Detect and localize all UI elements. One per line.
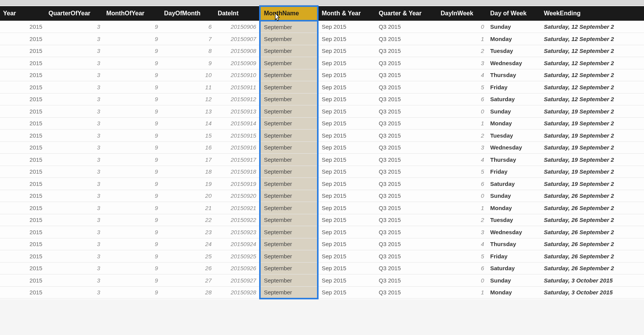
cell-quarteryear[interactable]: Q3 2015 xyxy=(376,57,438,69)
cell-dateint[interactable]: 20150921 xyxy=(215,202,260,214)
cell-dayinweek[interactable]: 0 xyxy=(438,274,487,287)
cell-quarterofyear[interactable]: 3 xyxy=(45,141,103,154)
cell-weekending[interactable]: Saturday, 3 October 2015 xyxy=(541,274,644,287)
cell-weekending[interactable]: Saturday, 12 September 2 xyxy=(541,81,644,94)
cell-monthname[interactable]: September xyxy=(260,286,318,299)
cell-monthofyear[interactable]: 9 xyxy=(103,286,161,299)
table-row[interactable]: 2015392520150925SeptemberSep 2015Q3 2015… xyxy=(0,250,644,263)
cell-year[interactable]: 2015 xyxy=(0,117,45,130)
cell-dayofmonth[interactable]: 24 xyxy=(161,238,215,250)
table-row[interactable]: 2015392320150923SeptemberSep 2015Q3 2015… xyxy=(0,226,644,238)
cell-quarteryear[interactable]: Q3 2015 xyxy=(376,154,438,166)
cell-quarteryear[interactable]: Q3 2015 xyxy=(376,93,438,105)
cell-quarterofyear[interactable]: 3 xyxy=(45,69,103,81)
cell-year[interactable]: 2015 xyxy=(0,238,45,250)
cell-monthname[interactable]: September xyxy=(260,93,318,105)
cell-dayinweek[interactable]: 3 xyxy=(438,226,487,238)
table-row[interactable]: 2015392720150927SeptemberSep 2015Q3 2015… xyxy=(0,274,644,287)
cell-year[interactable]: 2015 xyxy=(0,190,45,202)
cell-dateint[interactable]: 20150916 xyxy=(215,141,260,154)
cell-monthyear[interactable]: Sep 2015 xyxy=(318,81,376,94)
cell-monthyear[interactable]: Sep 2015 xyxy=(318,33,376,45)
cell-monthname[interactable]: September xyxy=(260,21,318,33)
cell-dayinweek[interactable]: 4 xyxy=(438,154,487,166)
cell-quarteryear[interactable]: Q3 2015 xyxy=(376,105,438,118)
cell-monthofyear[interactable]: 9 xyxy=(103,178,161,190)
cell-dayinweek[interactable]: 3 xyxy=(438,141,487,154)
table-row[interactable]: 201539920150909SeptemberSep 2015Q3 20153… xyxy=(0,57,644,69)
cell-monthofyear[interactable]: 9 xyxy=(103,226,161,238)
cell-weekending[interactable]: Saturday, 12 September 2 xyxy=(541,21,644,33)
cell-dayofweek[interactable]: Sunday xyxy=(487,105,541,118)
cell-quarteryear[interactable]: Q3 2015 xyxy=(376,286,438,299)
cell-monthyear[interactable]: Sep 2015 xyxy=(318,238,376,250)
cell-monthname[interactable]: September xyxy=(260,202,318,214)
cell-dayofmonth[interactable]: 13 xyxy=(161,105,215,118)
cell-dayinweek[interactable]: 5 xyxy=(438,250,487,263)
table-row[interactable]: 2015391820150918SeptemberSep 2015Q3 2015… xyxy=(0,166,644,178)
cell-quarterofyear[interactable]: 3 xyxy=(45,45,103,57)
cell-dateint[interactable]: 20150928 xyxy=(215,286,260,299)
cell-dayofweek[interactable]: Wednesday xyxy=(487,57,541,69)
cell-dateint[interactable]: 20150925 xyxy=(215,250,260,263)
cell-dateint[interactable]: 20150913 xyxy=(215,105,260,118)
cell-dayinweek[interactable]: 6 xyxy=(438,178,487,190)
cell-dayofmonth[interactable]: 17 xyxy=(161,154,215,166)
cell-dayofmonth[interactable]: 27 xyxy=(161,274,215,287)
cell-year[interactable]: 2015 xyxy=(0,45,45,57)
cell-weekending[interactable]: Saturday, 12 September 2 xyxy=(541,45,644,57)
cell-weekending[interactable]: Saturday, 19 September 2 xyxy=(541,166,644,178)
cell-quarterofyear[interactable]: 3 xyxy=(45,226,103,238)
cell-weekending[interactable]: Saturday, 12 September 2 xyxy=(541,33,644,45)
cell-year[interactable]: 2015 xyxy=(0,202,45,214)
cell-year[interactable]: 2015 xyxy=(0,81,45,94)
cell-dayinweek[interactable]: 6 xyxy=(438,262,487,274)
cell-dayinweek[interactable]: 0 xyxy=(438,21,487,33)
cell-weekending[interactable]: Saturday, 19 September 2 xyxy=(541,178,644,190)
cell-quarteryear[interactable]: Q3 2015 xyxy=(376,202,438,214)
cell-quarteryear[interactable]: Q3 2015 xyxy=(376,69,438,81)
cell-monthofyear[interactable]: 9 xyxy=(103,274,161,287)
cell-weekending[interactable]: Saturday, 26 September 2 xyxy=(541,202,644,214)
cell-dayofweek[interactable]: Tuesday xyxy=(487,45,541,57)
cell-dayinweek[interactable]: 4 xyxy=(438,69,487,81)
cell-weekending[interactable]: Saturday, 3 October 2015 xyxy=(541,286,644,299)
cell-dateint[interactable]: 20150927 xyxy=(215,274,260,287)
cell-quarteryear[interactable]: Q3 2015 xyxy=(376,33,438,45)
table-row[interactable]: 201539720150907SeptemberSep 2015Q3 20151… xyxy=(0,33,644,45)
table-row[interactable]: 2015392020150920SeptemberSep 2015Q3 2015… xyxy=(0,190,644,202)
cell-quarteryear[interactable]: Q3 2015 xyxy=(376,130,438,142)
table-row[interactable]: 201539620150906SeptemberSep 2015Q3 20150… xyxy=(0,21,644,33)
table-row[interactable]: 2015391120150911SeptemberSep 2015Q3 2015… xyxy=(0,81,644,94)
cell-year[interactable]: 2015 xyxy=(0,250,45,263)
cell-dayofweek[interactable]: Thursday xyxy=(487,154,541,166)
cell-quarterofyear[interactable]: 3 xyxy=(45,81,103,94)
cell-monthyear[interactable]: Sep 2015 xyxy=(318,130,376,142)
cell-dateint[interactable]: 20150926 xyxy=(215,262,260,274)
cell-dayinweek[interactable]: 5 xyxy=(438,81,487,94)
cell-dayofmonth[interactable]: 28 xyxy=(161,286,215,299)
column-header-quarterofyear[interactable]: QuarterOfYear xyxy=(45,6,103,21)
cell-dayofweek[interactable]: Sunday xyxy=(487,21,541,33)
cell-year[interactable]: 2015 xyxy=(0,274,45,287)
table-row[interactable]: 2015391420150914SeptemberSep 2015Q3 2015… xyxy=(0,117,644,130)
cell-dayofweek[interactable]: Saturday xyxy=(487,178,541,190)
cell-year[interactable]: 2015 xyxy=(0,57,45,69)
cell-dayinweek[interactable]: 1 xyxy=(438,286,487,299)
cell-monthname[interactable]: September xyxy=(260,214,318,226)
cell-dayofweek[interactable]: Friday xyxy=(487,250,541,263)
cell-dayofmonth[interactable]: 21 xyxy=(161,202,215,214)
cell-year[interactable]: 2015 xyxy=(0,105,45,118)
cell-monthname[interactable]: September xyxy=(260,105,318,118)
cell-dayofweek[interactable]: Monday xyxy=(487,33,541,45)
cell-quarteryear[interactable]: Q3 2015 xyxy=(376,166,438,178)
cell-quarterofyear[interactable]: 3 xyxy=(45,262,103,274)
cell-monthname[interactable]: September xyxy=(260,57,318,69)
cell-dateint[interactable]: 20150922 xyxy=(215,214,260,226)
cell-year[interactable]: 2015 xyxy=(0,130,45,142)
cell-weekending[interactable]: Saturday, 19 September 2 xyxy=(541,141,644,154)
cell-monthofyear[interactable]: 9 xyxy=(103,202,161,214)
cell-dayofweek[interactable]: Friday xyxy=(487,81,541,94)
cell-monthyear[interactable]: Sep 2015 xyxy=(318,226,376,238)
cell-monthname[interactable]: September xyxy=(260,130,318,142)
